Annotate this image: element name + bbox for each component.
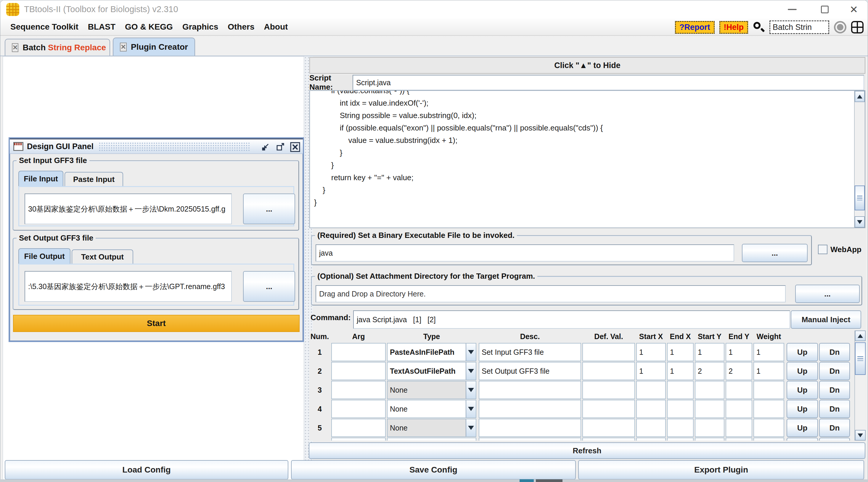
command-field[interactable]: java Script.java [1] [2] <box>353 310 790 329</box>
load-config-button[interactable]: Load Config <box>5 460 288 480</box>
endx-field[interactable] <box>667 419 694 437</box>
save-config-button[interactable]: Save Config <box>291 460 576 480</box>
type-dropdown[interactable]: TextAsOutFilePath <box>387 362 476 380</box>
dn-button[interactable]: Dn <box>819 343 850 361</box>
type-dropdown[interactable]: PasteAsInFilePath <box>387 343 476 361</box>
startx-field[interactable]: 1 <box>636 343 666 361</box>
up-button[interactable]: Up <box>786 343 818 361</box>
binary-executable-field[interactable]: java <box>316 245 734 262</box>
menu-blast[interactable]: BLAST <box>88 22 116 32</box>
defval-field[interactable] <box>582 400 635 418</box>
tab-close-icon[interactable]: ✕ <box>120 42 127 52</box>
up-button[interactable]: Up <box>786 400 818 418</box>
desc-field[interactable] <box>479 419 581 437</box>
weight-field[interactable] <box>753 419 784 437</box>
dn-button[interactable]: Dn <box>819 419 850 437</box>
tab-batch-string-replace[interactable]: ✕ Batch String Replace <box>5 39 110 56</box>
scroll-down-icon[interactable] <box>855 430 866 441</box>
window-grid-icon[interactable] <box>851 21 864 33</box>
arg-field[interactable] <box>331 400 386 418</box>
search-input[interactable]: Batch Strin <box>769 21 829 34</box>
starty-field[interactable]: 1 <box>695 343 724 361</box>
help-button[interactable]: !Help <box>719 21 748 34</box>
dn-button[interactable]: Dn <box>819 400 850 418</box>
endx-field[interactable]: 1 <box>667 362 694 380</box>
dn-button[interactable]: Dn <box>819 381 850 399</box>
up-button[interactable]: Up <box>786 381 818 399</box>
design-panel-title-bar[interactable]: Design GUI Panel <box>10 138 303 154</box>
endx-field[interactable] <box>667 381 694 399</box>
script-name-field[interactable]: Script.java <box>352 75 864 90</box>
endy-field[interactable]: 2 <box>725 362 752 380</box>
up-button[interactable]: Up <box>786 362 818 380</box>
endx-field[interactable] <box>667 400 694 418</box>
iconify-icon[interactable] <box>260 142 271 152</box>
chevron-down-icon[interactable] <box>466 344 476 361</box>
startx-field[interactable] <box>636 381 666 399</box>
endy-field[interactable] <box>725 381 752 399</box>
report-button[interactable]: ?Report <box>675 21 715 34</box>
defval-field[interactable] <box>582 381 635 399</box>
menu-about[interactable]: About <box>264 22 288 32</box>
close-panel-icon[interactable] <box>290 142 301 152</box>
desc-field[interactable] <box>479 381 581 399</box>
scroll-up-icon[interactable] <box>855 91 865 102</box>
code-scrollbar[interactable] <box>854 91 865 228</box>
record-status-icon[interactable] <box>834 21 846 33</box>
chevron-down-icon[interactable] <box>466 419 476 437</box>
binary-browse-button[interactable]: ... <box>742 244 808 262</box>
starty-field[interactable] <box>695 381 724 399</box>
desc-field[interactable]: Set Output GFF3 file <box>479 362 581 380</box>
export-plugin-button[interactable]: Export Plugin <box>578 460 864 480</box>
arg-field[interactable] <box>331 419 386 437</box>
menu-graphics[interactable]: Graphics <box>182 22 218 32</box>
endy-field[interactable] <box>725 400 752 418</box>
input-file-path-field[interactable]: 30基因家族鉴定分析\原始数据＋一步法\Dkm.20250515.gff.g <box>25 194 232 224</box>
desc-field[interactable]: Set Input GFF3 file <box>479 343 581 361</box>
scrollbar-thumb[interactable] <box>855 342 866 375</box>
menu-others[interactable]: Others <box>228 22 254 32</box>
refresh-button[interactable]: Refresh <box>309 442 865 459</box>
script-code-editor[interactable]: if (value.contains("-")) { int idx = val… <box>309 90 865 228</box>
attachment-directory-field[interactable]: Drag and Drop a Directory Here. <box>316 285 786 302</box>
chevron-down-icon[interactable] <box>466 362 476 380</box>
input-browse-button[interactable]: ... <box>243 194 295 224</box>
webapp-checkbox[interactable] <box>818 245 828 254</box>
menu-sequence-toolkit[interactable]: Sequence Toolkit <box>10 22 79 32</box>
minimize-button[interactable] <box>782 3 802 16</box>
type-dropdown[interactable]: None <box>387 381 476 399</box>
weight-field[interactable] <box>753 381 784 399</box>
tab-close-icon[interactable]: ✕ <box>12 43 18 52</box>
weight-field[interactable] <box>753 400 784 418</box>
defval-field[interactable] <box>582 362 635 380</box>
starty-field[interactable]: 2 <box>695 362 724 380</box>
close-button[interactable]: ✕ <box>844 3 864 16</box>
scrollbar-thumb[interactable] <box>855 186 865 211</box>
arg-field[interactable] <box>331 343 386 361</box>
scroll-down-icon[interactable] <box>855 216 865 228</box>
arg-field[interactable] <box>331 381 386 399</box>
defval-field[interactable] <box>582 419 635 437</box>
starty-field[interactable] <box>695 400 724 418</box>
start-button[interactable]: Start <box>13 315 300 332</box>
manual-inject-button[interactable]: Manual Inject <box>791 310 861 329</box>
collapse-header-button[interactable]: Click "▲" to Hide <box>309 57 865 74</box>
dn-button[interactable]: Dn <box>819 362 850 380</box>
starty-field[interactable] <box>695 419 724 437</box>
attachment-browse-button[interactable]: ... <box>795 285 860 303</box>
tab-file-output[interactable]: File Output <box>18 248 70 264</box>
desc-field[interactable] <box>479 400 581 418</box>
endx-field[interactable]: 1 <box>667 343 694 361</box>
chevron-down-icon[interactable] <box>466 400 476 417</box>
endy-field[interactable] <box>725 419 752 437</box>
tab-file-input[interactable]: File Input <box>18 171 63 186</box>
output-file-path-field[interactable]: :\5.30基因家族鉴定分析\原始数据＋一步法\GPT.rename.gff3 <box>25 271 232 302</box>
maximize-button[interactable] <box>815 3 835 16</box>
startx-field[interactable] <box>636 400 666 418</box>
tab-text-output[interactable]: Text Output <box>72 250 133 264</box>
table-scrollbar[interactable] <box>855 330 866 441</box>
tab-paste-input[interactable]: Paste Input <box>65 172 123 186</box>
menu-go-kegg[interactable]: GO & KEGG <box>125 22 173 32</box>
tab-plugin-creator[interactable]: ✕ Plugin Creator <box>113 38 195 56</box>
type-dropdown[interactable]: None <box>387 400 476 418</box>
